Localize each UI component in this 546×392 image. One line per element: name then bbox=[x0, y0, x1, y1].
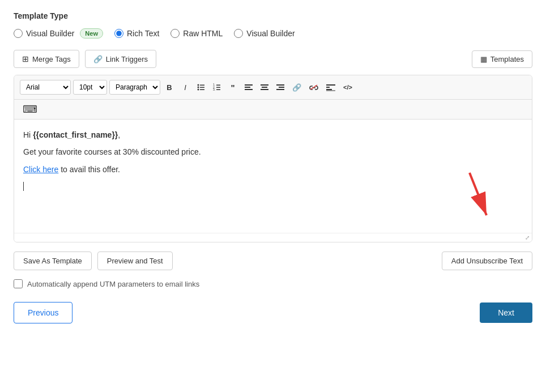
font-family-select[interactable]: Arial Times New Roman Georgia bbox=[20, 80, 71, 95]
svg-rect-15 bbox=[261, 84, 268, 86]
radio-visual-builder-1[interactable]: Visual Builder New bbox=[14, 28, 103, 39]
previous-button[interactable]: Previous bbox=[14, 302, 72, 323]
align-center-button[interactable] bbox=[258, 80, 271, 95]
templates-label: Templates bbox=[490, 55, 524, 63]
table-icon: ▦ bbox=[480, 55, 487, 63]
keyboard-button[interactable]: ⌨ bbox=[20, 102, 40, 117]
toolbar-left: ⊞ Merge Tags 🔗 Link Triggers bbox=[14, 50, 156, 68]
template-type-row: Visual Builder New Rich Text Raw HTML Vi… bbox=[14, 28, 532, 39]
preview-and-test-button[interactable]: Preview and Test bbox=[97, 252, 173, 270]
editor-resize-handle[interactable]: ⤢ bbox=[14, 233, 532, 242]
new-badge: New bbox=[80, 28, 103, 39]
svg-rect-4 bbox=[200, 87, 204, 88]
radio-rich-text[interactable]: Rich Text bbox=[114, 29, 159, 38]
editor-toolbar-row2: ⌨ bbox=[14, 100, 532, 120]
unordered-list-button[interactable] bbox=[194, 80, 208, 95]
resize-icon: ⤢ bbox=[525, 235, 530, 241]
svg-rect-17 bbox=[261, 89, 268, 90]
merge-tags-label: Merge Tags bbox=[32, 55, 71, 63]
content-line-2: Get your favorite courses at 30% discoun… bbox=[23, 146, 523, 158]
radio-rich-text-label: Rich Text bbox=[127, 29, 159, 38]
radio-raw-html-input[interactable] bbox=[170, 29, 180, 38]
horizontal-rule-button[interactable] bbox=[323, 80, 338, 95]
click-here-link[interactable]: Click here bbox=[23, 165, 58, 174]
svg-rect-3 bbox=[200, 85, 204, 86]
svg-rect-12 bbox=[245, 84, 253, 86]
radio-visual-builder-2[interactable]: Visual Builder bbox=[234, 29, 295, 38]
align-left-button[interactable] bbox=[242, 80, 255, 95]
radio-rich-text-input[interactable] bbox=[114, 29, 123, 38]
svg-rect-25 bbox=[326, 89, 332, 90]
radio-raw-html[interactable]: Raw HTML bbox=[170, 29, 223, 38]
content-line-1: Hi {{contact_first_name}}, bbox=[23, 129, 523, 141]
svg-rect-19 bbox=[279, 87, 284, 88]
action-left: Save As Template Preview and Test bbox=[14, 252, 173, 270]
italic-button[interactable]: I bbox=[178, 80, 192, 95]
svg-rect-11 bbox=[216, 90, 220, 91]
next-button[interactable]: Next bbox=[480, 302, 532, 323]
action-row: Save As Template Preview and Test Add Un… bbox=[14, 252, 532, 270]
template-type-label: Template Type bbox=[14, 11, 532, 20]
content-cursor-line bbox=[23, 180, 523, 193]
svg-rect-13 bbox=[245, 87, 250, 88]
svg-rect-16 bbox=[262, 87, 267, 88]
toolbar-row: ⊞ Merge Tags 🔗 Link Triggers ▦ Templates bbox=[14, 50, 532, 68]
svg-rect-20 bbox=[276, 89, 284, 90]
link-triggers-button[interactable]: 🔗 Link Triggers bbox=[85, 50, 156, 68]
link-icon: 🔗 bbox=[93, 55, 103, 63]
templates-button[interactable]: ▦ Templates bbox=[472, 50, 532, 68]
svg-rect-9 bbox=[216, 85, 220, 86]
svg-rect-14 bbox=[245, 89, 253, 90]
radio-visual-builder-2-input[interactable] bbox=[234, 29, 243, 38]
svg-rect-23 bbox=[326, 84, 335, 86]
svg-point-2 bbox=[198, 89, 199, 91]
blockquote-button[interactable]: " bbox=[226, 80, 240, 95]
font-size-select[interactable]: 8pt 10pt 12pt 14pt bbox=[73, 80, 107, 95]
unlink-button[interactable] bbox=[306, 80, 321, 95]
radio-visual-builder-1-input[interactable] bbox=[14, 29, 23, 38]
editor-content[interactable]: Hi {{contact_first_name}}, Get your favo… bbox=[14, 120, 532, 233]
svg-text:3.: 3. bbox=[213, 88, 215, 91]
svg-rect-10 bbox=[216, 87, 220, 88]
merge-tags-icon: ⊞ bbox=[22, 54, 29, 63]
svg-point-1 bbox=[198, 87, 199, 88]
ordered-list-button[interactable]: 1. 2. 3. bbox=[210, 80, 224, 95]
svg-rect-24 bbox=[326, 87, 330, 88]
paragraph-style-select[interactable]: Paragraph Heading 1 Heading 2 bbox=[109, 80, 160, 95]
bold-button[interactable]: B bbox=[163, 80, 176, 95]
add-unsubscribe-text-button[interactable]: Add Unsubscribe Text bbox=[442, 252, 532, 270]
svg-rect-5 bbox=[200, 90, 204, 91]
text-cursor bbox=[23, 182, 24, 191]
content-line-3: Click here to avail this offer. bbox=[23, 163, 523, 176]
radio-visual-builder-1-label: Visual Builder bbox=[26, 29, 74, 38]
radio-visual-builder-2-label: Visual Builder bbox=[246, 29, 295, 38]
radio-raw-html-label: Raw HTML bbox=[183, 29, 223, 38]
utm-checkbox-label: Automatically append UTM parameters to e… bbox=[27, 280, 199, 288]
editor-toolbar: Arial Times New Roman Georgia 8pt 10pt 1… bbox=[14, 75, 532, 100]
svg-point-0 bbox=[198, 84, 199, 86]
svg-line-22 bbox=[310, 85, 317, 90]
save-as-template-button[interactable]: Save As Template bbox=[14, 252, 92, 270]
hyperlink-button[interactable]: 🔗 bbox=[289, 80, 304, 95]
source-code-button[interactable]: </> bbox=[340, 80, 355, 95]
rich-text-editor: Arial Times New Roman Georgia 8pt 10pt 1… bbox=[14, 75, 532, 242]
link-triggers-label: Link Triggers bbox=[106, 55, 148, 63]
align-right-button[interactable] bbox=[274, 80, 287, 95]
svg-line-28 bbox=[470, 173, 487, 215]
utm-checkbox[interactable] bbox=[14, 279, 23, 288]
svg-rect-18 bbox=[276, 84, 284, 86]
merge-tags-button[interactable]: ⊞ Merge Tags bbox=[14, 50, 79, 68]
nav-row: Previous Next bbox=[14, 302, 532, 323]
checkbox-row: Automatically append UTM parameters to e… bbox=[14, 279, 532, 288]
